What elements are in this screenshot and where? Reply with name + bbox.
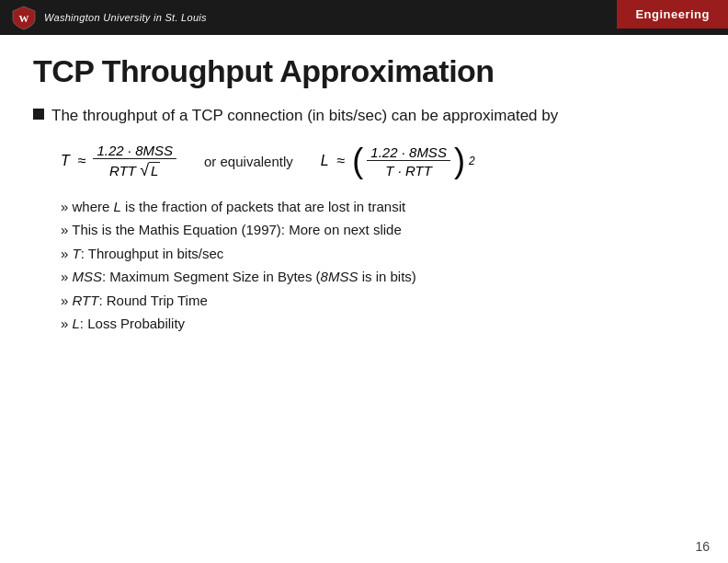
formula-1: T ≈ 1.22 · 8MSS RTT √L <box>61 143 176 180</box>
sub-bullet-6: L: Loss Probability <box>61 314 695 335</box>
university-logo: W Washington University in St. Louis <box>0 5 207 30</box>
sub-bullet-2: This is the Mathis Equation (1997): More… <box>61 220 695 241</box>
main-bullet-text: The throughput of a TCP connection (in b… <box>51 104 558 128</box>
or-equivalently-label: or equivalently <box>204 154 293 169</box>
sub-bullet-1: where L is the fraction of packets that … <box>61 197 695 218</box>
sub-bullet-4: MSS: Maximum Segment Size in Bytes (8MSS… <box>61 267 695 288</box>
sub-bullet-5: RTT: Round Trip Time <box>61 291 695 312</box>
sub-bullets-list: where L is the fraction of packets that … <box>61 197 695 335</box>
formula-row: T ≈ 1.22 · 8MSS RTT √L or equivalently L… <box>61 143 695 180</box>
shield-icon: W <box>11 5 37 30</box>
sub-bullet-3: T: Throughput in bits/sec <box>61 244 695 265</box>
page-number: 16 <box>695 539 710 554</box>
page-title: TCP Throughput Approximation <box>33 53 695 89</box>
formula-2: L ≈ ( 1.22 · 8MSS T · RTT ) 2 <box>321 144 475 178</box>
main-content: TCP Throughput Approximation The through… <box>0 35 728 563</box>
main-bullet: The throughput of a TCP connection (in b… <box>33 104 695 128</box>
university-name-text: Washington University in St. Louis <box>44 12 207 23</box>
engineering-label: Engineering <box>617 0 728 29</box>
bullet-icon <box>33 109 44 120</box>
svg-text:W: W <box>19 13 29 24</box>
